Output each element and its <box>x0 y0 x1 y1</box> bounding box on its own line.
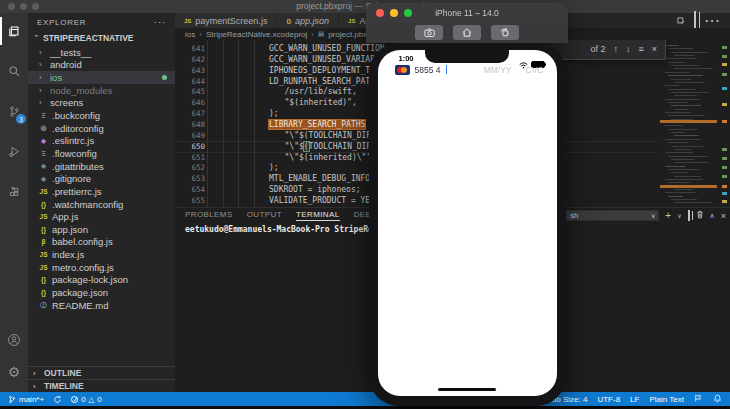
file-type-icon: ◆ <box>39 162 48 170</box>
status-time: 1:00 <box>399 54 414 63</box>
new-terminal-icon[interactable]: + <box>665 210 671 221</box>
zoom-window-icon[interactable] <box>404 9 412 17</box>
eol-item[interactable]: LF <box>630 395 639 404</box>
line-number: 654 <box>175 185 205 196</box>
file-tree-item[interactable]: ›__tests__ <box>28 46 175 59</box>
file-tree-item[interactable]: JSApp.js <box>28 210 175 223</box>
notifications-bell-icon[interactable] <box>713 394 722 405</box>
card-number-input[interactable]: 5855 4 MM/YY CVC <box>395 63 546 76</box>
find-match-highlight: LIBRARY_SEARCH_PATHS <box>269 120 365 129</box>
encoding-item[interactable]: UTF-8 <box>597 395 620 404</box>
find-in-selection-icon[interactable]: ≡ <box>638 44 643 54</box>
file-name: node_modules <box>50 85 112 96</box>
split-terminal-icon[interactable] <box>688 211 690 220</box>
new-terminal-dropdown-icon[interactable]: ∨ <box>677 212 681 219</box>
split-editor-icon[interactable] <box>694 12 696 30</box>
file-tree-item[interactable]: ◆.gitattributes <box>28 160 175 173</box>
file-type-icon: {} <box>39 289 48 296</box>
tab-label: paymentScreen.js <box>195 16 267 26</box>
file-tree-item[interactable]: ◆.gitignore <box>28 172 175 185</box>
file-tree-item[interactable]: Ξ.buckconfig <box>28 109 175 122</box>
file-tree-item[interactable]: JSmetro.config.js <box>28 261 175 274</box>
simulator-titlebar[interactable]: iPhone 11 – 14.0 <box>366 3 568 22</box>
close-panel-icon[interactable]: × <box>721 211 726 221</box>
panel-tab-problems[interactable]: PROBLEMS <box>185 210 233 220</box>
window-title: project.pbxproj — StripeReactNative <box>0 1 730 11</box>
file-type-icon: JS <box>39 188 48 195</box>
chevron-right-icon: › <box>33 382 41 391</box>
editor-tab[interactable]: {}app.json <box>277 13 339 28</box>
cvc-input[interactable]: CVC <box>526 65 544 75</box>
simulator-traffic-lights[interactable] <box>376 9 412 17</box>
git-branch-item[interactable]: main*+ <box>8 395 44 404</box>
home-indicator <box>438 388 496 392</box>
iphone-notch <box>425 50 509 63</box>
close-window-icon[interactable] <box>376 9 384 17</box>
source-control-icon[interactable]: 3 <box>0 97 28 125</box>
editor-tab[interactable]: JSpaymentScreen.js <box>175 13 277 28</box>
line-number: 651 <box>175 153 205 164</box>
feedback-icon[interactable] <box>694 394 703 405</box>
line-number: 647 <box>175 109 205 120</box>
file-type-icon: {} <box>39 226 48 233</box>
run-debug-icon[interactable] <box>0 137 28 165</box>
sync-icon[interactable] <box>53 395 62 404</box>
minimap-search-highlight <box>660 185 717 188</box>
explorer-icon[interactable] <box>0 17 28 45</box>
line-number: 646 <box>175 98 205 109</box>
file-tree-item[interactable]: {}package-lock.json <box>28 274 175 287</box>
home-button[interactable] <box>453 25 481 40</box>
minimize-window-icon[interactable] <box>390 9 398 17</box>
project-section-header[interactable]: › STRIPEREACTNATIVE <box>28 31 175 45</box>
settings-gear-icon[interactable]: ⚙ <box>0 358 28 386</box>
expiry-input[interactable]: MM/YY <box>484 65 512 75</box>
file-name: .watchmanconfig <box>52 199 123 210</box>
breadcrumb-item[interactable]: ios <box>185 30 195 39</box>
problems-item[interactable]: 0 △ 0 <box>71 395 102 404</box>
language-mode-item[interactable]: Plain Text <box>649 395 684 404</box>
open-changes-icon[interactable] <box>676 12 686 30</box>
file-tree-item[interactable]: ›ios <box>28 71 175 84</box>
next-match-icon[interactable]: ↓ <box>626 44 631 54</box>
minimap[interactable] <box>660 40 717 207</box>
file-tree-item[interactable]: Ξ.flowconfig <box>28 147 175 160</box>
search-icon[interactable] <box>0 57 28 85</box>
file-tree-item[interactable]: {}package.json <box>28 286 175 299</box>
overview-ruler[interactable] <box>722 40 730 207</box>
file-tree-item[interactable]: ◎.editorconfig <box>28 122 175 135</box>
file-tree-item[interactable]: ◆.eslintrc.js <box>28 134 175 147</box>
panel-tab-output[interactable]: OUTPUT <box>247 210 282 220</box>
file-tree-item[interactable]: βbabel.config.js <box>28 236 175 249</box>
breadcrumb-item[interactable]: StripeReactNative.xcodeproj <box>206 30 307 39</box>
file-type-icon: β <box>39 238 48 245</box>
line-number: 653 <box>175 174 205 185</box>
outline-section[interactable]: › OUTLINE <box>28 366 175 379</box>
git-modified-dot <box>162 75 167 80</box>
screenshot-button[interactable] <box>415 25 443 40</box>
file-type-icon: ◆ <box>39 175 48 183</box>
file-name: .eslintrc.js <box>52 135 94 146</box>
close-find-icon[interactable]: × <box>652 44 657 54</box>
panel-tab-terminal[interactable]: TERMINAL <box>296 210 340 221</box>
file-name: screens <box>50 97 83 108</box>
file-tree-item[interactable]: ›node_modules <box>28 84 175 97</box>
account-icon[interactable] <box>0 326 28 354</box>
rotate-button[interactable] <box>491 25 519 40</box>
file-tree-item[interactable]: ›android <box>28 59 175 72</box>
file-tree-item[interactable]: ›screens <box>28 97 175 110</box>
extensions-icon[interactable] <box>0 177 28 205</box>
file-tree-item[interactable]: {}.watchmanconfig <box>28 198 175 211</box>
file-tree: ›__tests__›android›ios›node_modules›scre… <box>28 46 175 311</box>
explorer-title: EXPLORER <box>37 18 86 27</box>
timeline-section[interactable]: › TIMELINE <box>28 379 175 392</box>
explorer-more-actions-icon[interactable]: ··· <box>154 17 166 27</box>
kill-terminal-icon[interactable] <box>696 210 704 221</box>
file-tree-item[interactable]: {}app.json <box>28 223 175 236</box>
maximize-panel-icon[interactable]: ∧ <box>710 212 715 220</box>
file-tree-item[interactable]: JSindex.js <box>28 248 175 261</box>
file-tree-item[interactable]: JS.prettierrc.js <box>28 185 175 198</box>
file-tree-item[interactable]: ⓘREADME.md <box>28 299 175 312</box>
file-type-icon: JS <box>348 18 355 24</box>
previous-match-icon[interactable]: ↑ <box>613 44 618 54</box>
file-type-icon: JS <box>184 18 191 24</box>
